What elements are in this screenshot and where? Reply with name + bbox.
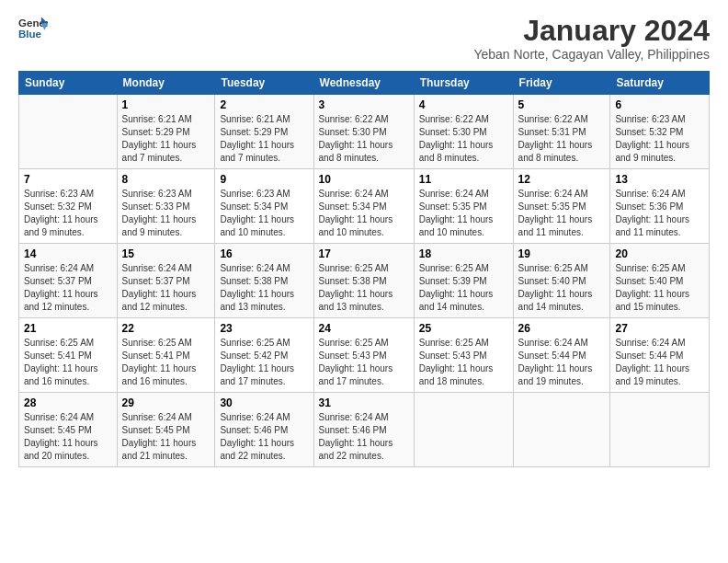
day-number: 29 [122, 396, 210, 409]
logo-icon: General Blue [18, 15, 48, 40]
day-cell: 11Sunrise: 6:24 AM Sunset: 5:35 PM Dayli… [414, 169, 513, 244]
day-number: 12 [518, 173, 606, 186]
logo: General Blue [18, 15, 48, 40]
col-monday: Monday [117, 72, 215, 95]
main-title: January 2024 [473, 15, 710, 47]
day-info: Sunrise: 6:25 AM Sunset: 5:41 PM Dayligh… [24, 337, 112, 388]
day-info: Sunrise: 6:25 AM Sunset: 5:39 PM Dayligh… [419, 262, 508, 314]
day-cell: 19Sunrise: 6:25 AM Sunset: 5:40 PM Dayli… [513, 244, 610, 318]
day-cell: 16Sunrise: 6:24 AM Sunset: 5:38 PM Dayli… [215, 244, 313, 318]
day-info: Sunrise: 6:24 AM Sunset: 5:35 PM Dayligh… [518, 188, 606, 239]
day-number: 15 [122, 247, 210, 260]
day-info: Sunrise: 6:22 AM Sunset: 5:30 PM Dayligh… [319, 113, 409, 165]
day-info: Sunrise: 6:25 AM Sunset: 5:40 PM Dayligh… [518, 262, 606, 314]
col-saturday: Saturday [610, 72, 710, 95]
day-number: 18 [419, 247, 508, 260]
day-cell: 2Sunrise: 6:21 AM Sunset: 5:29 PM Daylig… [215, 95, 313, 169]
col-friday: Friday [513, 72, 610, 95]
day-number: 17 [319, 247, 409, 260]
day-cell: 28Sunrise: 6:24 AM Sunset: 5:45 PM Dayli… [19, 393, 118, 467]
week-row-2: 7Sunrise: 6:23 AM Sunset: 5:32 PM Daylig… [19, 169, 710, 244]
day-number: 28 [24, 396, 112, 409]
col-thursday: Thursday [414, 72, 513, 95]
day-cell: 14Sunrise: 6:24 AM Sunset: 5:37 PM Dayli… [19, 244, 118, 318]
day-cell: 3Sunrise: 6:22 AM Sunset: 5:30 PM Daylig… [313, 95, 414, 169]
calendar-table: Sunday Monday Tuesday Wednesday Thursday… [18, 71, 710, 467]
day-number: 2 [220, 98, 308, 111]
day-cell: 27Sunrise: 6:24 AM Sunset: 5:44 PM Dayli… [610, 318, 710, 393]
svg-text:Blue: Blue [18, 29, 42, 40]
day-cell: 5Sunrise: 6:22 AM Sunset: 5:31 PM Daylig… [513, 95, 610, 169]
col-tuesday: Tuesday [215, 72, 313, 95]
day-info: Sunrise: 6:23 AM Sunset: 5:32 PM Dayligh… [615, 113, 704, 165]
page: General Blue January 2024 Yeban Norte, C… [0, 0, 728, 563]
col-sunday: Sunday [19, 72, 118, 95]
day-number: 1 [122, 98, 210, 111]
day-cell: 1Sunrise: 6:21 AM Sunset: 5:29 PM Daylig… [117, 95, 215, 169]
day-info: Sunrise: 6:24 AM Sunset: 5:38 PM Dayligh… [220, 262, 308, 314]
day-number: 24 [319, 322, 409, 335]
day-info: Sunrise: 6:23 AM Sunset: 5:33 PM Dayligh… [122, 188, 210, 239]
day-number: 22 [122, 322, 210, 335]
week-row-1: 1Sunrise: 6:21 AM Sunset: 5:29 PM Daylig… [19, 95, 710, 169]
day-number: 30 [220, 396, 308, 409]
week-row-5: 28Sunrise: 6:24 AM Sunset: 5:45 PM Dayli… [19, 393, 710, 467]
day-number: 3 [319, 98, 409, 111]
header: General Blue January 2024 Yeban Norte, C… [18, 15, 710, 62]
day-info: Sunrise: 6:24 AM Sunset: 5:46 PM Dayligh… [319, 411, 409, 463]
day-info: Sunrise: 6:21 AM Sunset: 5:29 PM Dayligh… [220, 113, 308, 165]
header-row: Sunday Monday Tuesday Wednesday Thursday… [19, 72, 710, 95]
day-cell: 18Sunrise: 6:25 AM Sunset: 5:39 PM Dayli… [414, 244, 513, 318]
day-cell: 25Sunrise: 6:25 AM Sunset: 5:43 PM Dayli… [414, 318, 513, 393]
day-number: 9 [220, 173, 308, 186]
day-info: Sunrise: 6:25 AM Sunset: 5:43 PM Dayligh… [319, 337, 409, 388]
day-cell: 12Sunrise: 6:24 AM Sunset: 5:35 PM Dayli… [513, 169, 610, 244]
day-cell [414, 393, 513, 467]
day-info: Sunrise: 6:25 AM Sunset: 5:38 PM Dayligh… [319, 262, 409, 314]
day-number: 7 [24, 173, 112, 186]
day-number: 26 [518, 322, 606, 335]
day-cell: 8Sunrise: 6:23 AM Sunset: 5:33 PM Daylig… [117, 169, 215, 244]
day-info: Sunrise: 6:25 AM Sunset: 5:40 PM Dayligh… [615, 262, 704, 314]
day-cell: 21Sunrise: 6:25 AM Sunset: 5:41 PM Dayli… [19, 318, 118, 393]
day-info: Sunrise: 6:22 AM Sunset: 5:31 PM Dayligh… [518, 113, 606, 165]
day-cell: 15Sunrise: 6:24 AM Sunset: 5:37 PM Dayli… [117, 244, 215, 318]
day-info: Sunrise: 6:25 AM Sunset: 5:41 PM Dayligh… [122, 337, 210, 388]
day-info: Sunrise: 6:24 AM Sunset: 5:35 PM Dayligh… [419, 188, 508, 239]
day-cell: 23Sunrise: 6:25 AM Sunset: 5:42 PM Dayli… [215, 318, 313, 393]
day-cell: 13Sunrise: 6:24 AM Sunset: 5:36 PM Dayli… [610, 169, 710, 244]
subtitle: Yeban Norte, Cagayan Valley, Philippines [473, 47, 710, 62]
day-number: 10 [319, 173, 409, 186]
day-number: 11 [419, 173, 508, 186]
day-number: 8 [122, 173, 210, 186]
day-number: 27 [615, 322, 704, 335]
day-number: 31 [319, 396, 409, 409]
week-row-4: 21Sunrise: 6:25 AM Sunset: 5:41 PM Dayli… [19, 318, 710, 393]
day-info: Sunrise: 6:24 AM Sunset: 5:37 PM Dayligh… [24, 262, 112, 314]
day-cell: 9Sunrise: 6:23 AM Sunset: 5:34 PM Daylig… [215, 169, 313, 244]
day-cell: 30Sunrise: 6:24 AM Sunset: 5:46 PM Dayli… [215, 393, 313, 467]
day-info: Sunrise: 6:24 AM Sunset: 5:45 PM Dayligh… [24, 411, 112, 463]
day-info: Sunrise: 6:24 AM Sunset: 5:34 PM Dayligh… [319, 188, 409, 239]
day-number: 14 [24, 247, 112, 260]
day-number: 20 [615, 247, 704, 260]
day-cell: 7Sunrise: 6:23 AM Sunset: 5:32 PM Daylig… [19, 169, 118, 244]
day-info: Sunrise: 6:24 AM Sunset: 5:45 PM Dayligh… [122, 411, 210, 463]
day-cell: 10Sunrise: 6:24 AM Sunset: 5:34 PM Dayli… [313, 169, 414, 244]
day-cell [19, 95, 118, 169]
day-info: Sunrise: 6:24 AM Sunset: 5:44 PM Dayligh… [615, 337, 704, 388]
day-info: Sunrise: 6:25 AM Sunset: 5:42 PM Dayligh… [220, 337, 308, 388]
day-number: 19 [518, 247, 606, 260]
day-number: 4 [419, 98, 508, 111]
day-info: Sunrise: 6:24 AM Sunset: 5:46 PM Dayligh… [220, 411, 308, 463]
day-number: 25 [419, 322, 508, 335]
day-cell: 17Sunrise: 6:25 AM Sunset: 5:38 PM Dayli… [313, 244, 414, 318]
day-info: Sunrise: 6:23 AM Sunset: 5:32 PM Dayligh… [24, 188, 112, 239]
day-info: Sunrise: 6:23 AM Sunset: 5:34 PM Dayligh… [220, 188, 308, 239]
week-row-3: 14Sunrise: 6:24 AM Sunset: 5:37 PM Dayli… [19, 244, 710, 318]
day-cell [610, 393, 710, 467]
day-info: Sunrise: 6:25 AM Sunset: 5:43 PM Dayligh… [419, 337, 508, 388]
day-cell [513, 393, 610, 467]
day-info: Sunrise: 6:22 AM Sunset: 5:30 PM Dayligh… [419, 113, 508, 165]
title-block: January 2024 Yeban Norte, Cagayan Valley… [473, 15, 710, 62]
